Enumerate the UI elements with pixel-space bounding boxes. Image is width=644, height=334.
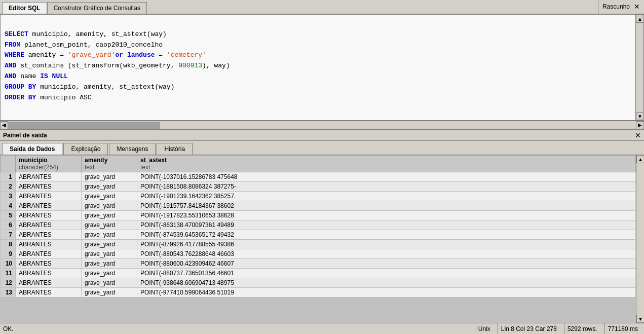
- col-header-municipio: municipio character(254): [16, 156, 82, 172]
- tab-mensagens[interactable]: Mensagens: [109, 143, 156, 155]
- col-amenity-type: text: [85, 164, 134, 171]
- row-num-cell: 6: [1, 220, 16, 230]
- grid-scroll-down-arrow[interactable]: ▼: [636, 315, 644, 323]
- table-row: 2 ABRANTES grave_yard POINT(-1881508.808…: [1, 182, 636, 192]
- cell-st_astext: POINT(-874539.645365172 49432: [137, 230, 636, 240]
- col-municipio-name: municipio: [19, 157, 48, 164]
- cell-st_astext: POINT(-863138.470097361 49489: [137, 220, 636, 230]
- tab-historia[interactable]: História: [157, 143, 193, 155]
- col-amenity-name: amenity: [85, 157, 107, 164]
- table-row: 5 ABRANTES grave_yard POINT(-1917823.553…: [1, 211, 636, 220]
- sql-editor-container: SELECT municipio, amenity, st_astext(way…: [0, 14, 644, 121]
- editor-hscrollbar[interactable]: ◀ ▶: [0, 121, 644, 129]
- cell-municipio: ABRANTES: [16, 230, 82, 240]
- cell-amenity: grave_yard: [82, 269, 137, 278]
- row-num-cell: 4: [1, 201, 16, 211]
- cell-municipio: ABRANTES: [16, 249, 82, 259]
- tab-explicacao[interactable]: Explicação: [63, 143, 108, 155]
- cell-municipio: ABRANTES: [16, 172, 82, 182]
- output-panel-close-icon[interactable]: ✕: [635, 131, 641, 139]
- cell-st_astext: POINT(-880543.762288648 46603: [137, 249, 636, 259]
- sql-editor[interactable]: SELECT municipio, amenity, st_astext(way…: [1, 15, 635, 120]
- cell-municipio: ABRANTES: [16, 192, 82, 201]
- row-num-cell: 13: [1, 288, 16, 298]
- cell-st_astext: POINT(-1901239.1642362 385257.: [137, 192, 636, 201]
- cell-amenity: grave_yard: [82, 230, 137, 240]
- status-unix: Unix: [475, 323, 494, 334]
- output-tabs-bar: Saída de Dados Explicação Mensagens Hist…: [0, 141, 644, 155]
- cell-amenity: grave_yard: [82, 192, 137, 201]
- cell-municipio: ABRANTES: [16, 211, 82, 220]
- hscroll-left-arrow[interactable]: ◀: [0, 121, 8, 129]
- cell-amenity: grave_yard: [82, 259, 137, 269]
- grid-scroll-up-arrow[interactable]: ▲: [636, 155, 644, 163]
- col-st_astext-name: st_astext: [140, 157, 167, 164]
- table-row: 6 ABRANTES grave_yard POINT(-863138.4700…: [1, 220, 636, 230]
- scroll-track: [636, 23, 643, 112]
- output-panel-title: Painel de saída: [3, 132, 47, 139]
- cell-amenity: grave_yard: [82, 220, 137, 230]
- cell-amenity: grave_yard: [82, 288, 137, 298]
- table-row: 8 ABRANTES grave_yard POINT(-879926.4177…: [1, 240, 636, 249]
- scroll-down-arrow[interactable]: ▼: [636, 112, 644, 120]
- cell-municipio: ABRANTES: [16, 259, 82, 269]
- data-grid-container: municipio character(254) amenity text st…: [0, 155, 644, 323]
- cell-municipio: ABRANTES: [16, 278, 82, 288]
- cell-amenity: grave_yard: [82, 240, 137, 249]
- row-num-cell: 10: [1, 259, 16, 269]
- status-time: 771180 ms: [604, 323, 641, 334]
- col-header-st_astext: st_astext text: [137, 156, 636, 172]
- editor-scrollbar-vertical[interactable]: ▲ ▼: [635, 15, 643, 120]
- tab-saida-dados[interactable]: Saída de Dados: [2, 143, 62, 155]
- cell-st_astext: POINT(-1037016.15286783 475648: [137, 172, 636, 182]
- cell-municipio: ABRANTES: [16, 201, 82, 211]
- cell-amenity: grave_yard: [82, 278, 137, 288]
- scroll-up-arrow[interactable]: ▲: [636, 15, 644, 23]
- row-num-cell: 8: [1, 240, 16, 249]
- cell-municipio: ABRANTES: [16, 288, 82, 298]
- status-rows: 5292 rows.: [564, 323, 600, 334]
- results-table: municipio character(254) amenity text st…: [0, 155, 636, 298]
- row-num-cell: 3: [1, 192, 16, 201]
- data-grid: municipio character(254) amenity text st…: [0, 155, 636, 323]
- rascunho-label: Rascunho: [602, 3, 630, 10]
- col-header-amenity: amenity text: [82, 156, 137, 172]
- cell-st_astext: POINT(-879926.417788555 49386: [137, 240, 636, 249]
- cell-st_astext: POINT(-977410.599064436 51019: [137, 288, 636, 298]
- table-row: 7 ABRANTES grave_yard POINT(-874539.6453…: [1, 230, 636, 240]
- status-ok-label: OK.: [3, 325, 471, 332]
- col-municipio-type: character(254): [19, 164, 78, 171]
- row-num-cell: 9: [1, 249, 16, 259]
- rascunho-close-icon[interactable]: ✕: [634, 3, 640, 11]
- hscroll-right-arrow[interactable]: ▶: [636, 121, 644, 129]
- tab-editor-sql[interactable]: Editor SQL: [2, 2, 47, 14]
- table-row: 11 ABRANTES grave_yard POINT(-880737.736…: [1, 269, 636, 278]
- table-row: 4 ABRANTES grave_yard POINT(-1915757.841…: [1, 201, 636, 211]
- table-row: 10 ABRANTES grave_yard POINT(-880600.423…: [1, 259, 636, 269]
- cell-amenity: grave_yard: [82, 211, 137, 220]
- table-row: 3 ABRANTES grave_yard POINT(-1901239.164…: [1, 192, 636, 201]
- grid-scrollbar-vertical[interactable]: ▲ ▼: [636, 155, 644, 323]
- cell-amenity: grave_yard: [82, 201, 137, 211]
- row-num-cell: 12: [1, 278, 16, 288]
- table-row: 12 ABRANTES grave_yard POINT(-938648.606…: [1, 278, 636, 288]
- cell-st_astext: POINT(-1881508.8086324 387275-: [137, 182, 636, 192]
- output-panel-header: Painel de saída ✕: [0, 129, 644, 141]
- hscroll-thumb[interactable]: [8, 122, 160, 129]
- col-st_astext-type: text: [140, 164, 632, 171]
- table-row: 1 ABRANTES grave_yard POINT(-1037016.152…: [1, 172, 636, 182]
- cell-amenity: grave_yard: [82, 249, 137, 259]
- tab-builder[interactable]: Construtor Gráfico de Consultas: [47, 2, 147, 14]
- cell-municipio: ABRANTES: [16, 240, 82, 249]
- status-bar: OK. Unix Lin 8 Col 23 Car 278 5292 rows.…: [0, 323, 644, 334]
- cell-amenity: grave_yard: [82, 182, 137, 192]
- row-num-col-header: [1, 156, 16, 172]
- table-row: 13 ABRANTES grave_yard POINT(-977410.599…: [1, 288, 636, 298]
- cell-municipio: ABRANTES: [16, 182, 82, 192]
- row-num-cell: 5: [1, 211, 16, 220]
- row-num-cell: 11: [1, 269, 16, 278]
- cell-st_astext: POINT(-938648.606904713 48975: [137, 278, 636, 288]
- cell-municipio: ABRANTES: [16, 220, 82, 230]
- status-position: Lin 8 Col 23 Car 278: [498, 323, 560, 334]
- hscroll-track: [8, 121, 636, 129]
